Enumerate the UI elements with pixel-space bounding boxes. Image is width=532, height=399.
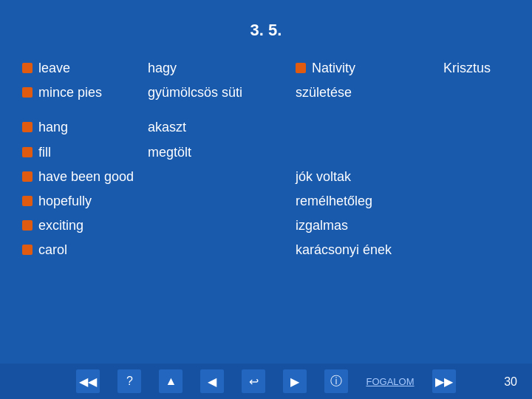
vocab-grid: leave hagy Nativity Krisztus mince pies … — [0, 58, 532, 262]
list-item: születése — [296, 82, 443, 103]
list-item: jók voltak — [296, 166, 532, 188]
list-item — [296, 117, 443, 138]
list-item: gyümölcsös süti — [148, 82, 296, 103]
page-number: 30 — [504, 375, 517, 389]
list-item: carol — [22, 239, 296, 261]
list-item: hopefully — [22, 191, 296, 212]
spacer — [22, 106, 532, 114]
list-item — [443, 142, 532, 163]
nav-home-button[interactable]: ▲ — [159, 369, 183, 393]
list-item: mince pies — [22, 82, 148, 103]
nav-help-button[interactable]: ? — [117, 369, 141, 393]
list-item: megtölt — [148, 142, 296, 163]
list-item: Krisztus — [443, 58, 532, 79]
navigation-bar: ◀◀ ? ▲ ◀ ↩ ▶ ⓘ FOGALOM ▶▶ — [0, 364, 532, 399]
nav-prev-button[interactable]: ◀ — [200, 369, 224, 393]
list-item: Nativity — [296, 58, 443, 79]
fogalom-link[interactable]: FOGALOM — [366, 376, 414, 387]
list-item: exciting — [22, 215, 296, 236]
bullet-icon — [22, 171, 33, 182]
list-item: karácsonyi ének — [296, 239, 532, 261]
nav-first-button[interactable]: ◀◀ — [76, 369, 100, 393]
bullet-icon — [296, 63, 306, 73]
bullet-icon — [22, 87, 33, 98]
nav-info-button[interactable]: ⓘ — [324, 369, 348, 393]
list-item: hang — [22, 117, 148, 138]
bullet-icon — [22, 220, 33, 231]
bullet-icon — [22, 63, 33, 73]
bullet-icon — [22, 196, 33, 206]
list-item: remélhetőleg — [296, 191, 532, 212]
list-item — [443, 82, 532, 103]
bullet-icon — [22, 245, 33, 255]
list-item: fill — [22, 142, 148, 163]
bullet-icon — [22, 147, 33, 157]
list-item: have been good — [22, 166, 296, 188]
nav-last-button[interactable]: ▶▶ — [432, 369, 456, 393]
list-item: akaszt — [148, 117, 296, 138]
page-title: 3. 5. — [0, 0, 532, 58]
list-item — [296, 142, 443, 163]
nav-return-button[interactable]: ↩ — [242, 369, 265, 393]
list-item: hagy — [148, 58, 296, 79]
list-item — [443, 117, 532, 138]
list-item: leave — [22, 58, 148, 79]
bullet-icon — [22, 122, 33, 132]
list-item: izgalmas — [296, 215, 532, 236]
nav-next-button[interactable]: ▶ — [283, 369, 307, 393]
